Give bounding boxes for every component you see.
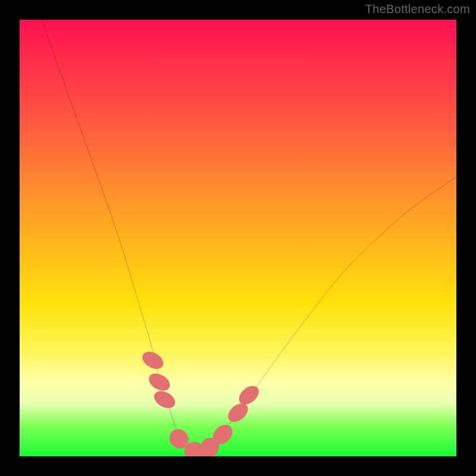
marker-layer	[139, 348, 262, 456]
chart-frame: TheBottleneck.com	[0, 0, 476, 476]
watermark-text: TheBottleneck.com	[365, 2, 470, 16]
left-descent-dot-3	[151, 387, 178, 412]
left-descent-dot-1	[139, 348, 167, 372]
curve-overlay	[20, 20, 456, 456]
left-descent-dot-2	[146, 370, 173, 394]
